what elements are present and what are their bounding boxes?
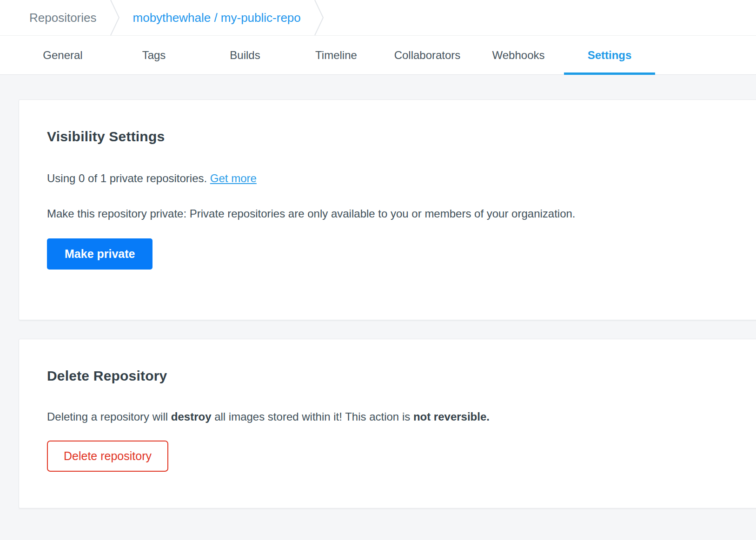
- tab-settings[interactable]: Settings: [564, 36, 655, 74]
- tab-builds-label: Builds: [230, 49, 260, 62]
- tab-webhooks-label: Webhooks: [492, 49, 545, 62]
- repo-tabs: General Tags Builds Timeline Collaborato…: [0, 36, 756, 75]
- tab-tags[interactable]: Tags: [108, 36, 199, 74]
- get-more-link[interactable]: Get more: [210, 172, 257, 184]
- visibility-settings-title: Visibility Settings: [47, 129, 733, 145]
- settings-content: Visibility Settings Using 0 of 1 private…: [0, 75, 756, 540]
- private-repo-usage-text: Using 0 of 1 private repositories. Get m…: [47, 171, 733, 185]
- delete-repository-title: Delete Repository: [47, 368, 733, 384]
- delete-warning-middle: all images stored within it! This action…: [211, 410, 413, 423]
- tab-collaborators-label: Collaborators: [394, 49, 461, 62]
- visibility-settings-card: Visibility Settings Using 0 of 1 private…: [19, 99, 756, 320]
- tab-collaborators[interactable]: Collaborators: [382, 36, 473, 74]
- delete-repository-card: Delete Repository Deleting a repository …: [19, 339, 756, 508]
- delete-warning-prefix: Deleting a repository will: [47, 410, 171, 423]
- tab-general[interactable]: General: [17, 36, 108, 74]
- tab-tags-label: Tags: [142, 49, 166, 62]
- tab-timeline[interactable]: Timeline: [291, 36, 382, 74]
- delete-repository-button[interactable]: Delete repository: [47, 441, 168, 472]
- make-private-description: Make this repository private: Private re…: [47, 207, 733, 221]
- tab-general-label: General: [43, 49, 82, 62]
- tab-webhooks[interactable]: Webhooks: [473, 36, 564, 74]
- delete-warning-text: Deleting a repository will destroy all i…: [47, 410, 733, 424]
- tab-settings-label: Settings: [588, 49, 632, 62]
- usage-text: Using 0 of 1 private repositories.: [47, 172, 210, 184]
- delete-warning-not-reversible: not reversible.: [413, 410, 490, 423]
- chevron-right-icon: [314, 0, 324, 35]
- breadcrumb-current-repo[interactable]: mobythewhale / my-public-repo: [133, 0, 301, 35]
- tab-builds[interactable]: Builds: [199, 36, 291, 74]
- breadcrumb: Repositories mobythewhale / my-public-re…: [0, 0, 756, 36]
- delete-warning-destroy: destroy: [171, 410, 212, 423]
- make-private-button[interactable]: Make private: [47, 238, 153, 270]
- chevron-right-icon: [110, 0, 120, 35]
- tab-timeline-label: Timeline: [315, 49, 357, 62]
- breadcrumb-repositories[interactable]: Repositories: [29, 0, 97, 35]
